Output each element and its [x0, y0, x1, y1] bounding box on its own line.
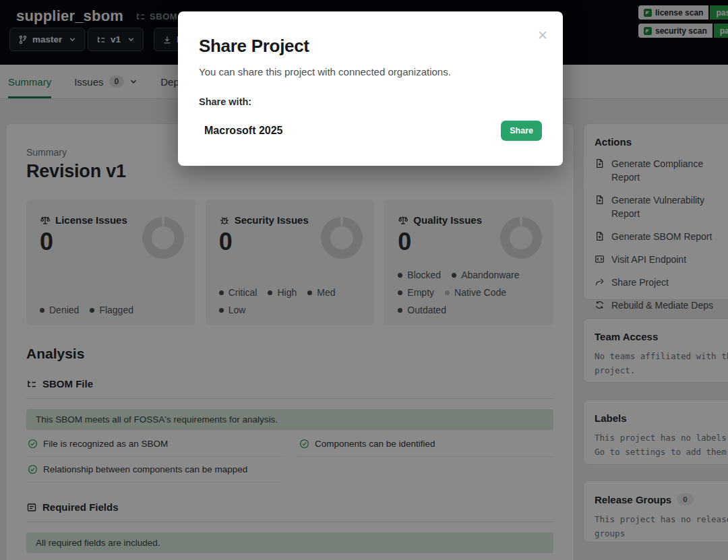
modal-description: You can share this project with connecte…	[199, 66, 542, 77]
share-with-label: Share with:	[199, 96, 542, 107]
share-button[interactable]: Share	[501, 121, 542, 141]
modal-title: Share Project	[199, 36, 542, 57]
organization-name: Macrosoft 2025	[204, 125, 283, 137]
share-project-modal: ✕ Share Project You can share this proje…	[178, 11, 563, 166]
close-icon[interactable]: ✕	[537, 29, 548, 42]
organization-row: Macrosoft 2025 Share	[199, 121, 542, 141]
